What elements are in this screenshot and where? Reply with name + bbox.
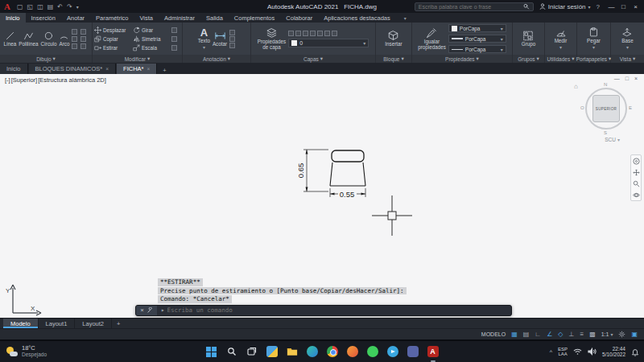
- tab-salida[interactable]: Salida: [200, 13, 229, 23]
- zoom-icon[interactable]: [633, 180, 640, 187]
- region-tool-icon[interactable]: [80, 43, 86, 49]
- viewcube-home-icon[interactable]: ⌂: [574, 83, 578, 90]
- medir-button[interactable]: Medir ▾: [555, 27, 568, 51]
- array-tool-icon[interactable]: [171, 45, 177, 51]
- linea-button[interactable]: Línea: [4, 31, 17, 47]
- autocad-taskbar-button[interactable]: A: [426, 345, 440, 359]
- new-tab-button[interactable]: +: [158, 67, 171, 74]
- tab-inicio[interactable]: Inicio: [0, 13, 26, 23]
- task-view-button[interactable]: [245, 345, 258, 359]
- viewcube[interactable]: ⌂ SUPERIOR N S O E: [583, 85, 630, 132]
- orbit-icon[interactable]: [633, 191, 640, 199]
- clock-widget[interactable]: 22:44 5/10/2022: [602, 346, 625, 358]
- command-input[interactable]: [167, 306, 511, 314]
- viewcube-south-label[interactable]: S: [604, 130, 607, 135]
- igualar-propiedades-button[interactable]: Igualar propiedades: [418, 27, 446, 51]
- redo-icon[interactable]: ↷: [67, 3, 72, 10]
- hatch-tool-icon[interactable]: [72, 36, 77, 42]
- viewcube-top-face[interactable]: SUPERIOR: [592, 95, 620, 122]
- signin-button[interactable]: Iniciar sesión ▾: [539, 3, 591, 10]
- wifi-icon[interactable]: [573, 348, 582, 356]
- tab-aplicaciones-destacadas[interactable]: Aplicaciones destacadas: [318, 13, 396, 23]
- viewcube-west-label[interactable]: O: [580, 105, 584, 110]
- layout-tab-layout2[interactable]: Layout2: [75, 319, 112, 328]
- weather-widget[interactable]: 18°C Despejado: [0, 345, 53, 358]
- osnap-toggle-icon[interactable]: ◇: [558, 331, 563, 338]
- girar-button[interactable]: Girar: [133, 26, 170, 35]
- panel-vista-footer[interactable]: Vista ▾: [611, 55, 644, 63]
- desplazar-button[interactable]: Desplazar: [94, 26, 131, 35]
- layer-off-icon[interactable]: [288, 31, 294, 36]
- ortho-toggle-icon[interactable]: ∟: [535, 331, 541, 338]
- language-indicator[interactable]: ESP LAA: [558, 347, 568, 357]
- viewcube-east-label[interactable]: E: [629, 105, 632, 110]
- layer-state-icon[interactable]: [332, 31, 337, 36]
- grupo-button[interactable]: Grupo: [522, 31, 536, 47]
- viewport-visual-style-control[interactable]: [Estructura alámbrica 2D]: [38, 76, 106, 84]
- doc-restore-icon[interactable]: □: [625, 76, 629, 81]
- ribbon-collapse-caret-icon[interactable]: ▾: [401, 13, 410, 23]
- customize-wrench-icon[interactable]: [147, 307, 153, 314]
- layer-lock-icon[interactable]: [310, 31, 316, 36]
- linetype-dropdown[interactable]: PorCapa ▾: [448, 45, 506, 53]
- panel-propiedades-footer[interactable]: Propiedades ▾: [412, 55, 512, 63]
- widgets-button[interactable]: [265, 345, 279, 359]
- firefox-button[interactable]: [345, 345, 359, 359]
- autocad-logo-icon[interactable]: A: [0, 0, 14, 13]
- copiar-button[interactable]: Copiar: [94, 35, 131, 43]
- acotar-button[interactable]: Acotar: [213, 31, 227, 47]
- edge-button[interactable]: [305, 345, 319, 359]
- open-file-icon[interactable]: ◱: [27, 3, 34, 10]
- leader-tool-icon[interactable]: [229, 30, 235, 35]
- layout-tab-modelo[interactable]: Modelo: [3, 319, 39, 328]
- propiedades-capa-button[interactable]: Propiedades de capa: [258, 27, 286, 51]
- texto-button[interactable]: A Texto ▾: [198, 27, 210, 51]
- minimize-button[interactable]: —: [605, 3, 617, 10]
- chrome-button[interactable]: [325, 345, 339, 359]
- layer-dropdown[interactable]: 0 ▾: [288, 39, 369, 47]
- help-search-input[interactable]: [419, 4, 522, 10]
- estirar-button[interactable]: Estirar: [94, 43, 131, 52]
- tab-complementos[interactable]: Complementos: [229, 13, 280, 23]
- layer-isolate-icon[interactable]: [295, 31, 301, 36]
- color-dropdown[interactable]: PorCapa ▾: [448, 24, 506, 32]
- lineweight-dropdown[interactable]: PorCapa ▾: [448, 35, 506, 43]
- spline-tool-icon[interactable]: [80, 36, 86, 42]
- arco-button[interactable]: Arco: [59, 31, 69, 47]
- drawing-area[interactable]: [-] [Superior] [Estructura alámbrica 2D]…: [0, 74, 644, 318]
- fillet-tool-icon[interactable]: [171, 36, 177, 42]
- tab-anotar[interactable]: Anotar: [61, 13, 90, 23]
- panel-portapapeles-footer[interactable]: Portapapeles ▾: [577, 55, 610, 63]
- panel-dibujo-footer[interactable]: Dibujo ▾: [0, 55, 92, 63]
- plot-icon[interactable]: ▤: [47, 3, 54, 10]
- tab-insercion[interactable]: Inserción: [26, 13, 61, 23]
- viewcube-north-label[interactable]: N: [604, 82, 607, 87]
- point-tool-icon[interactable]: [72, 43, 77, 49]
- insertar-button[interactable]: Insertar: [385, 30, 402, 47]
- undo-icon[interactable]: ↶: [57, 3, 63, 10]
- otrack-toggle-icon[interactable]: ⊥: [568, 331, 574, 338]
- clean-screen-icon[interactable]: ▣: [631, 331, 638, 338]
- qat-caret-down-icon[interactable]: ▾: [76, 4, 79, 10]
- base-button[interactable]: Base ▾: [621, 27, 633, 51]
- start-button[interactable]: [204, 345, 218, 359]
- command-close-icon[interactable]: ×: [140, 306, 144, 314]
- tab-vista[interactable]: Vista: [134, 13, 159, 23]
- tab-administrar[interactable]: Administrar: [159, 13, 200, 23]
- doc-close-icon[interactable]: ×: [634, 76, 638, 81]
- viewport-minimize-control[interactable]: [-]: [5, 76, 10, 84]
- doc-minimize-icon[interactable]: —: [614, 76, 620, 81]
- model-space-indicator[interactable]: MODELO: [481, 331, 506, 337]
- pegar-button[interactable]: Pegar ▾: [587, 27, 601, 51]
- tray-chevron-up-icon[interactable]: ^: [550, 349, 552, 355]
- panel-modificar-footer[interactable]: Modificar ▾: [93, 55, 182, 63]
- table-tool-icon[interactable]: [229, 36, 235, 42]
- layer-match-icon[interactable]: [317, 31, 323, 36]
- panel-capas-footer[interactable]: Capas ▾: [251, 55, 375, 63]
- taskbar-search-button[interactable]: [225, 345, 238, 359]
- tab-parametrico[interactable]: Paramétrico: [90, 13, 134, 23]
- volume-icon[interactable]: [588, 348, 597, 356]
- file-explorer-button[interactable]: [285, 345, 299, 359]
- discord-button[interactable]: [406, 345, 419, 359]
- ellipse-tool-icon[interactable]: [80, 29, 86, 35]
